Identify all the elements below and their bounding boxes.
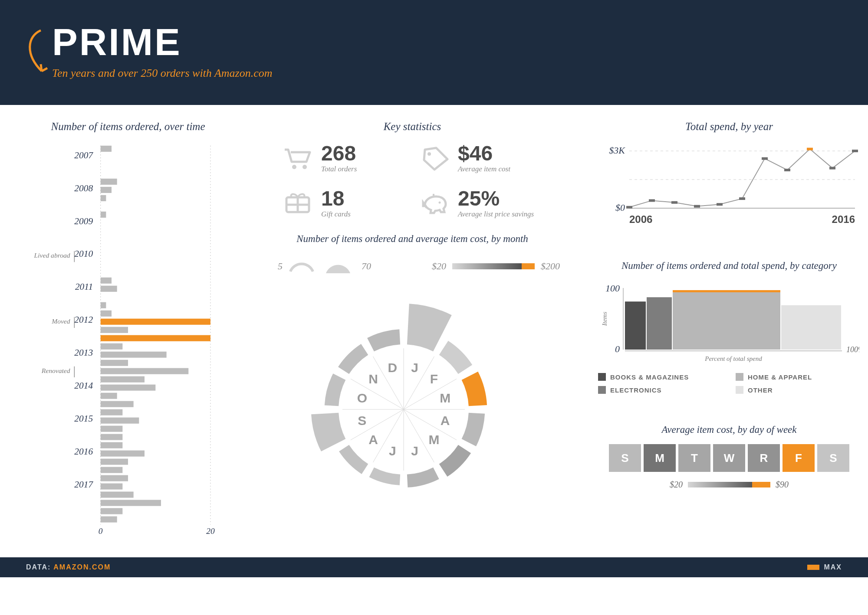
bar [101,311,112,317]
svg-rect-40 [852,150,858,152]
page-subtitle: Ten years and over 250 orders with Amazo… [52,67,842,80]
bar [101,426,123,432]
radial-wedge [369,468,401,485]
svg-point-7 [292,165,296,169]
bar [101,459,128,465]
bar [101,434,123,440]
year-label: 2012 [74,314,93,325]
chart-title: Key statistics [269,121,556,133]
radial-wedge [367,329,400,351]
chart-title: Number of items ordered and average item… [269,233,556,245]
svg-point-13 [439,202,441,204]
column-middle: Key statistics 268 Total orders [269,121,556,549]
stat-total-orders: 268 Total orders [282,143,406,173]
radial-wedge [462,372,487,406]
legend-size: 5 70 [278,253,371,279]
gift-icon [282,190,313,216]
key-stats: 268 Total orders $46 Average item cost [269,143,556,219]
stat-value: $46 [458,143,510,164]
legend-home: HOME & APPAREL [736,373,860,381]
month-label: A [368,432,378,447]
stat-value: 268 [321,143,357,164]
month-label: N [368,372,378,386]
dow-cell: M [644,444,676,472]
chart-items-over-time: Number of items ordered, over time 20072… [26,121,230,549]
svg-rect-39 [829,167,835,170]
bar [101,451,145,457]
legend-books: BOOKS & MAGAZINES [598,373,723,381]
dow-legend: $20 $90 [595,480,864,490]
bar [101,385,156,391]
year-label: 2017 [74,479,93,490]
bar [101,418,139,424]
bar [101,368,189,374]
year-label: 2008 [74,183,93,193]
svg-rect-32 [671,201,677,204]
bar [101,343,123,350]
legend-min: 5 [278,261,283,272]
svg-rect-30 [626,206,632,209]
chart-title: Average item cost, by day of week [595,424,864,435]
stat-value: 25% [458,188,534,209]
bar [101,360,128,366]
legend-min: $20 [432,261,446,272]
stat-avg-cost: $46 Average item cost [419,143,542,173]
chart-spend-line: $0$3K20062016 [595,143,864,230]
column-right: Total spend, by year $0$3K20062016 Numbe… [595,121,864,549]
marimekko-bar [625,301,646,350]
bar [101,409,123,415]
svg-text:Items: Items [601,312,608,327]
footer: DATA: AMAZON.COM MAX [0,557,868,577]
bar [101,327,128,333]
svg-rect-36 [762,157,768,160]
svg-text:0: 0 [615,343,620,354]
legend-max: 70 [362,261,371,272]
year-label: 2011 [75,281,93,292]
piggy-icon [419,190,450,216]
month-label: S [358,413,366,428]
bar [101,179,117,185]
month-label: J [411,360,418,375]
legend-elec: ELECTRONICS [598,386,723,394]
chart-title: Number of items ordered, over time [26,121,230,133]
bar [101,286,117,292]
radial-wedge [339,445,368,474]
stat-label: Average list price savings [458,210,534,219]
bar [101,319,210,325]
radial-wedge [407,304,452,351]
cart-icon [282,145,313,171]
bar [101,393,117,399]
month-label: F [430,372,438,386]
marimekko-bar [647,297,672,350]
stat-label: Gift cards [321,210,351,219]
chart-marimekko: 1000100%Percent of total spendItems [595,280,864,367]
radial-legend: 5 70 $20 $200 [269,253,556,279]
max-chip [807,565,819,570]
chart-title: Total spend, by year [595,121,864,133]
month-label: M [429,432,440,447]
dow-cell: F [783,444,815,472]
radial-wedge [407,468,439,487]
legend-max-key: MAX [807,563,842,571]
year-label: 2013 [74,347,93,358]
legend-gradient [452,263,535,269]
bar [101,335,210,341]
svg-text:$3K: $3K [609,145,625,156]
svg-text:20: 20 [206,527,215,536]
radial-wedge [338,344,368,374]
month-label: O [357,391,367,405]
month-label: M [440,391,450,405]
annotation: Renovated [41,367,70,374]
year-label: 2007 [74,150,93,160]
radial-wedge [462,413,485,446]
svg-point-9 [427,152,431,156]
dow-cell: T [678,444,710,472]
month-label: A [441,413,450,428]
bar [101,508,123,514]
swoosh-icon [19,28,49,75]
dow-cell: S [609,444,641,472]
bar [101,500,161,506]
stat-label: Total orders [321,165,357,173]
year-label: 2015 [74,413,93,424]
bar [101,146,112,152]
